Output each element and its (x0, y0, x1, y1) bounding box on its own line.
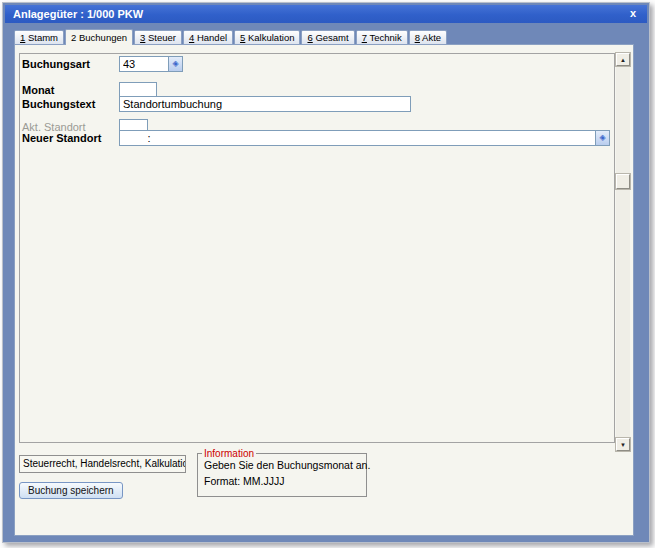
window-title: Anlagegüter : 1/000 PKW (13, 8, 143, 20)
buchungsart-dropdown-button[interactable]: ◈ (169, 56, 183, 72)
tab-buchungen[interactable]: 2 Buchungen (65, 29, 133, 45)
scroll-down-button[interactable]: ▼ (616, 438, 630, 451)
combo-arrow-icon: ◈ (172, 60, 178, 68)
info-fieldset: Information Geben Sie den Buchungsmonat … (197, 453, 367, 497)
buchungsart-input[interactable] (119, 56, 169, 72)
tab-akte[interactable]: 8 Akte (409, 30, 447, 45)
vertical-scrollbar[interactable]: ▲ ▼ (616, 53, 630, 451)
tab-stamm[interactable]: 1 Stamm (14, 30, 64, 45)
combo-arrow-icon: ◈ (599, 134, 605, 142)
tab-strip: 1 Stamm 2 Buchungen 3 Steuer 4 Handel 5 … (14, 29, 448, 45)
info-line: Format: MM.JJJJ (204, 475, 285, 487)
buchungsart-combo: ◈ (119, 56, 183, 72)
buchungsart-label: Buchungsart (22, 58, 90, 70)
monat-label: Monat (22, 84, 54, 96)
scroll-up-button[interactable]: ▲ (616, 53, 630, 66)
titlebar[interactable]: Anlagegüter : 1/000 PKW x (5, 5, 647, 23)
info-line: Geben Sie den Buchungsmonat an. (204, 459, 370, 471)
status-text-box: Steuerrecht, Handelsrecht, Kalkulation (19, 455, 186, 473)
tab-gesamt[interactable]: 6 Gesamt (301, 30, 354, 45)
neuer-standort-label: Neuer Standort (22, 132, 101, 144)
scroll-thumb[interactable] (616, 174, 630, 189)
arrow-down-icon: ▼ (620, 442, 626, 448)
tab-steuer[interactable]: 3 Steuer (134, 30, 182, 45)
arrow-up-icon: ▲ (620, 57, 626, 63)
content-panel: Buchungsart ◈ Monat Buchungstext Akt. St… (14, 44, 634, 536)
tab-technik[interactable]: 7 Technik (356, 30, 408, 45)
save-booking-button[interactable]: Buchung speichern (19, 482, 123, 499)
neuer-standort-dropdown-button[interactable]: ◈ (596, 130, 610, 146)
app-window: Anlagegüter : 1/000 PKW x 1 Stamm 2 Buch… (2, 2, 650, 543)
close-button[interactable]: x (626, 5, 640, 23)
tab-handel[interactable]: 4 Handel (183, 30, 233, 45)
tab-kalkulation[interactable]: 5 Kalkulation (234, 30, 300, 45)
info-legend: Information (202, 448, 256, 459)
neuer-standort-input[interactable] (119, 130, 596, 146)
neuer-standort-combo: ◈ (119, 130, 610, 146)
buchungstext-input[interactable] (119, 96, 411, 112)
buchungstext-label: Buchungstext (22, 98, 95, 110)
